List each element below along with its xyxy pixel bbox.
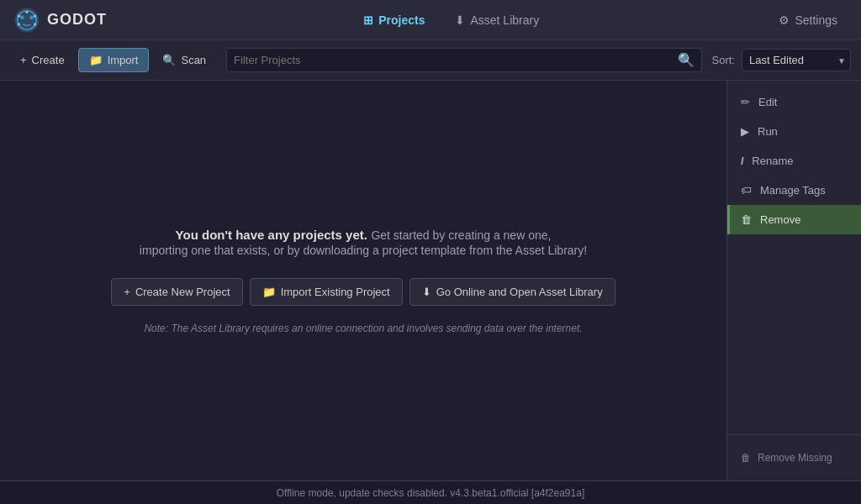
- sort-area: Sort: Last Edited Name Path ▼: [712, 49, 851, 71]
- create-button[interactable]: + Create: [10, 49, 75, 71]
- remove-missing-button[interactable]: 🗑 Remove Missing: [727, 445, 861, 470]
- filter-search-icon: 🔍: [678, 52, 695, 68]
- open-asset-library-button[interactable]: ⬇ Go Online and Open Asset Library: [409, 278, 615, 306]
- empty-message: You don't have any projects yet. Get sta…: [140, 228, 587, 258]
- logo-area: GODOT: [13, 7, 107, 34]
- settings-icon: ⚙: [779, 13, 790, 27]
- folder-icon: 📁: [89, 54, 103, 66]
- sidebar-item-edit[interactable]: ✏ Edit: [727, 87, 861, 117]
- import-label: Import: [108, 54, 139, 66]
- svg-point-4: [25, 10, 28, 13]
- filter-area[interactable]: 🔍: [226, 48, 701, 72]
- empty-message-rest: Get started by creating a new one,: [371, 228, 551, 242]
- remove-missing-icon: 🗑: [741, 452, 751, 464]
- logo-text: GODOT: [47, 11, 107, 29]
- main-content: You don't have any projects yet. Get sta…: [0, 81, 861, 480]
- svg-point-6: [34, 23, 36, 25]
- import-existing-project-button[interactable]: 📁 Import Existing Project: [250, 278, 403, 306]
- remove-missing-label: Remove Missing: [758, 452, 832, 464]
- godot-logo-icon: [13, 7, 40, 34]
- create-new-project-label: Create New Project: [135, 286, 230, 298]
- settings-label: Settings: [795, 13, 837, 27]
- import-existing-project-label: Import Existing Project: [281, 286, 390, 298]
- asset-library-icon: ⬇: [422, 286, 431, 298]
- tags-icon: 🏷: [741, 184, 752, 197]
- sort-label: Sort:: [712, 54, 735, 66]
- sidebar-item-manage-tags[interactable]: 🏷 Manage Tags: [727, 176, 861, 205]
- sidebar-item-run[interactable]: ▶ Run: [727, 117, 861, 146]
- sidebar-edit-label: Edit: [758, 96, 777, 108]
- search-icon: 🔍: [162, 54, 176, 66]
- svg-point-5: [34, 14, 36, 17]
- run-icon: ▶: [741, 125, 749, 138]
- empty-message-line2: importing one that exists, or by downloa…: [140, 244, 587, 257]
- status-bar: Offline mode, update checks disabled. v4…: [0, 480, 861, 504]
- sort-wrapper: Last Edited Name Path ▼: [742, 49, 851, 71]
- edit-icon: ✏: [741, 96, 750, 108]
- svg-point-2: [20, 15, 24, 19]
- note-text: Note: The Asset Library requires an onli…: [144, 323, 582, 334]
- sidebar-run-label: Run: [758, 125, 778, 138]
- filter-input[interactable]: [234, 54, 677, 66]
- nav-tabs: ⊞ Projects ⬇ Asset Library: [134, 8, 769, 32]
- rename-icon: I: [741, 155, 743, 167]
- import-button[interactable]: 📁 Import: [78, 48, 150, 72]
- sidebar-manage-tags-label: Manage Tags: [760, 184, 826, 197]
- svg-point-8: [18, 23, 20, 25]
- sidebar-item-rename[interactable]: I Rename: [727, 146, 861, 176]
- status-text: Offline mode, update checks disabled. v4…: [277, 487, 584, 499]
- download-icon: ⬇: [455, 13, 465, 27]
- projects-icon: ⊞: [363, 13, 373, 27]
- sidebar-item-remove[interactable]: 🗑 Remove: [727, 205, 861, 234]
- create-label: Create: [32, 54, 65, 66]
- import-project-icon: 📁: [262, 286, 276, 298]
- sidebar: ✏ Edit ▶ Run I Rename 🏷 Manage Tags 🗑 Re…: [726, 81, 861, 480]
- open-asset-library-label: Go Online and Open Asset Library: [436, 286, 603, 298]
- scan-button[interactable]: 🔍 Scan: [152, 49, 216, 71]
- trash-icon: 🗑: [741, 213, 752, 226]
- sidebar-remove-label: Remove: [760, 213, 800, 226]
- project-area: You don't have any projects yet. Get sta…: [0, 81, 726, 480]
- tab-asset-library[interactable]: ⬇ Asset Library: [441, 8, 552, 32]
- tab-projects[interactable]: ⊞ Projects: [350, 8, 438, 32]
- plus-icon: +: [20, 54, 27, 66]
- settings-button[interactable]: ⚙ Settings: [769, 8, 848, 32]
- toolbar: + Create 📁 Import 🔍 Scan 🔍 Sort: Last Ed…: [0, 40, 861, 81]
- tab-asset-library-label: Asset Library: [470, 13, 539, 27]
- svg-point-7: [18, 14, 20, 17]
- sidebar-menu: ✏ Edit ▶ Run I Rename 🏷 Manage Tags 🗑 Re…: [727, 81, 861, 434]
- tab-projects-label: Projects: [378, 13, 425, 27]
- scan-label: Scan: [181, 54, 206, 66]
- action-buttons: + Create New Project 📁 Import Existing P…: [111, 278, 615, 306]
- create-new-project-button[interactable]: + Create New Project: [111, 278, 242, 306]
- header: GODOT ⊞ Projects ⬇ Asset Library ⚙ Setti…: [0, 0, 861, 40]
- create-project-icon: +: [124, 286, 130, 298]
- sidebar-rename-label: Rename: [752, 155, 793, 167]
- empty-message-bold: You don't have any projects yet.: [176, 228, 367, 242]
- svg-point-3: [29, 15, 34, 19]
- sidebar-footer: 🗑 Remove Missing: [727, 434, 861, 480]
- sort-select[interactable]: Last Edited Name Path: [742, 49, 851, 71]
